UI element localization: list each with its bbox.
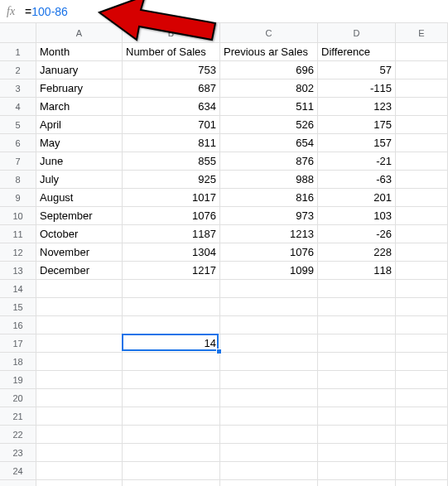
cell-e12[interactable]: [396, 243, 448, 262]
cell-d21[interactable]: [318, 407, 396, 426]
row-header-23[interactable]: 23: [0, 444, 36, 462]
cell-d17[interactable]: [318, 334, 396, 353]
cell-a14[interactable]: [36, 280, 123, 298]
formula-input[interactable]: =100-86: [25, 5, 68, 18]
cell-e20[interactable]: [396, 389, 448, 407]
cell-a18[interactable]: [36, 353, 123, 371]
cell-c11[interactable]: 1213: [220, 225, 318, 243]
row-header-6[interactable]: 6: [0, 134, 36, 152]
cell-b22[interactable]: [123, 426, 220, 444]
cell-e18[interactable]: [396, 353, 448, 371]
cell-d9[interactable]: 201: [318, 189, 396, 207]
cell-e16[interactable]: [396, 316, 448, 334]
cell-e11[interactable]: [396, 225, 448, 243]
cell-b10[interactable]: 1076: [123, 207, 220, 225]
cell-c14[interactable]: [220, 280, 318, 298]
cell-b9[interactable]: 1017: [123, 189, 220, 207]
cell-a13[interactable]: December: [36, 262, 123, 280]
row-header-5[interactable]: 5: [0, 116, 36, 134]
cell-b3[interactable]: 687: [123, 79, 220, 98]
cell-c7[interactable]: 876: [220, 152, 318, 171]
cell-a20[interactable]: [36, 389, 123, 407]
cell-a25[interactable]: [36, 480, 123, 486]
cell-e2[interactable]: [396, 61, 448, 79]
cell-a5[interactable]: April: [36, 116, 123, 134]
cell-d18[interactable]: [318, 353, 396, 371]
row-header-19[interactable]: 19: [0, 371, 36, 389]
cell-a9[interactable]: August: [36, 189, 123, 207]
cell-a3[interactable]: February: [36, 79, 123, 98]
column-header-c[interactable]: C: [220, 23, 318, 43]
cell-c3[interactable]: 802: [220, 79, 318, 98]
column-header-a[interactable]: A: [36, 23, 123, 43]
cell-e8[interactable]: [396, 171, 448, 189]
column-header-b[interactable]: B: [123, 23, 220, 43]
corner-cell[interactable]: [0, 23, 36, 43]
cell-e17[interactable]: [396, 334, 448, 353]
cell-d20[interactable]: [318, 389, 396, 407]
row-header-17[interactable]: 17: [0, 334, 36, 353]
cell-d4[interactable]: 123: [318, 98, 396, 116]
cell-d11[interactable]: -26: [318, 225, 396, 243]
cell-d6[interactable]: 157: [318, 134, 396, 152]
row-header-8[interactable]: 8: [0, 171, 36, 189]
cell-e9[interactable]: [396, 189, 448, 207]
cell-b5[interactable]: 701: [123, 116, 220, 134]
cell-e23[interactable]: [396, 444, 448, 462]
row-header-21[interactable]: 21: [0, 407, 36, 426]
cell-d16[interactable]: [318, 316, 396, 334]
cell-e7[interactable]: [396, 152, 448, 171]
cell-a16[interactable]: [36, 316, 123, 334]
cell-b24[interactable]: [123, 462, 220, 480]
row-header-20[interactable]: 20: [0, 389, 36, 407]
cell-b14[interactable]: [123, 280, 220, 298]
cell-e24[interactable]: [396, 462, 448, 480]
cell-b18[interactable]: [123, 353, 220, 371]
cell-d19[interactable]: [318, 371, 396, 389]
active-cell-handle[interactable]: [216, 349, 222, 354]
cell-e3[interactable]: [396, 79, 448, 98]
cell-a22[interactable]: [36, 426, 123, 444]
row-header-2[interactable]: 2: [0, 61, 36, 79]
cell-a6[interactable]: May: [36, 134, 123, 152]
cell-b12[interactable]: 1304: [123, 243, 220, 262]
cell-d5[interactable]: 175: [318, 116, 396, 134]
cell-e21[interactable]: [396, 407, 448, 426]
row-header-10[interactable]: 10: [0, 207, 36, 225]
cell-a1[interactable]: Month: [36, 43, 123, 61]
cell-c19[interactable]: [220, 371, 318, 389]
row-header-1[interactable]: 1: [0, 43, 36, 61]
cell-d12[interactable]: 228: [318, 243, 396, 262]
row-header-9[interactable]: 9: [0, 189, 36, 207]
cell-e25[interactable]: [396, 480, 448, 486]
cell-d13[interactable]: 118: [318, 262, 396, 280]
row-header-18[interactable]: 18: [0, 353, 36, 371]
row-header-7[interactable]: 7: [0, 152, 36, 171]
row-header-16[interactable]: 16: [0, 316, 36, 334]
column-header-d[interactable]: D: [318, 23, 396, 43]
cell-c9[interactable]: 816: [220, 189, 318, 207]
row-header-25[interactable]: 25: [0, 480, 36, 486]
cell-c1[interactable]: Previous ar Sales: [220, 43, 318, 61]
cell-d15[interactable]: [318, 298, 396, 316]
cell-a10[interactable]: September: [36, 207, 123, 225]
cell-d3[interactable]: -115: [318, 79, 396, 98]
cell-c15[interactable]: [220, 298, 318, 316]
cell-c6[interactable]: 654: [220, 134, 318, 152]
cell-d7[interactable]: -21: [318, 152, 396, 171]
cell-b19[interactable]: [123, 371, 220, 389]
cell-e22[interactable]: [396, 426, 448, 444]
row-header-22[interactable]: 22: [0, 426, 36, 444]
cell-e10[interactable]: [396, 207, 448, 225]
cell-c13[interactable]: 1099: [220, 262, 318, 280]
cell-c16[interactable]: [220, 316, 318, 334]
cell-e13[interactable]: [396, 262, 448, 280]
cell-a4[interactable]: March: [36, 98, 123, 116]
cell-c4[interactable]: 511: [220, 98, 318, 116]
cell-c17[interactable]: [220, 334, 318, 353]
cell-d23[interactable]: [318, 444, 396, 462]
row-header-11[interactable]: 11: [0, 225, 36, 243]
cell-d22[interactable]: [318, 426, 396, 444]
cell-c5[interactable]: 526: [220, 116, 318, 134]
cell-c2[interactable]: 696: [220, 61, 318, 79]
